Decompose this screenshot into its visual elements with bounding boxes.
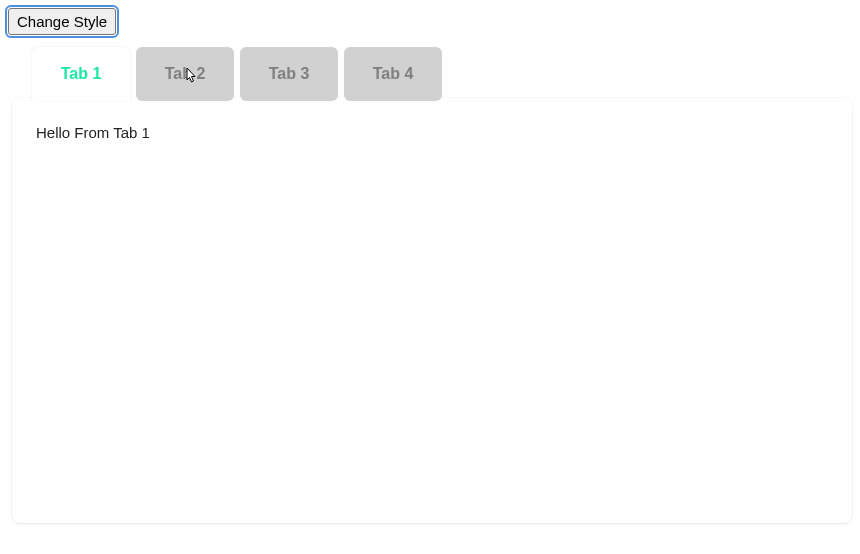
tab-panel: Hello From Tab 1 xyxy=(12,98,852,523)
change-style-button[interactable]: Change Style xyxy=(8,8,116,35)
tab-4[interactable]: Tab 4 xyxy=(344,47,442,101)
tab-1[interactable]: Tab 1 xyxy=(32,47,130,101)
tab-container: Tab 1 Tab 2 Tab 3 Tab 4 Hello From Tab 1 xyxy=(12,47,852,523)
tab-3[interactable]: Tab 3 xyxy=(240,47,338,101)
tab-2[interactable]: Tab 2 xyxy=(136,47,234,101)
tab-list: Tab 1 Tab 2 Tab 3 Tab 4 xyxy=(12,47,852,101)
tab-content-text: Hello From Tab 1 xyxy=(36,124,828,141)
